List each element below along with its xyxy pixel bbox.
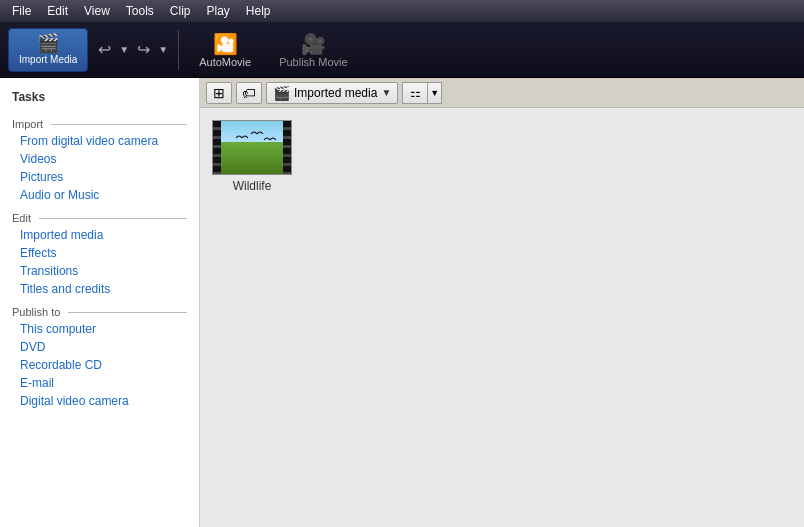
view-options-group: ⚏ ▼: [402, 82, 442, 104]
publish-icon: 🎥: [301, 32, 326, 56]
content-toolbar: ⊞ 🏷 🎬 Imported media ▼ ⚏ ▼: [200, 78, 804, 108]
sidebar-link-dvd[interactable]: DVD: [0, 338, 199, 356]
menu-help[interactable]: Help: [238, 2, 279, 20]
view-thumbnails-button[interactable]: ⊞: [206, 82, 232, 104]
tag-caption-button[interactable]: 🏷: [236, 82, 262, 104]
sidebar-link-digital-video[interactable]: From digital video camera: [0, 132, 199, 150]
edit-section-label: Edit: [0, 204, 199, 226]
automovie-label: AutoMovie: [199, 56, 251, 68]
sidebar-link-effects[interactable]: Effects: [0, 244, 199, 262]
undo-button[interactable]: ↩: [92, 28, 117, 72]
sidebar-link-digital-video-camera[interactable]: Digital video camera: [0, 392, 199, 410]
menu-edit[interactable]: Edit: [39, 2, 76, 20]
tasks-header: Tasks: [0, 86, 199, 110]
main-toolbar: 🎬 Import Media ↩ ▼ ↪ ▼ 🎦 AutoMovie 🎥 Pub…: [0, 22, 804, 78]
bird-scene: [221, 121, 283, 174]
toolbar-separator-1: [178, 30, 179, 70]
sidebar: Tasks Import From digital video camera V…: [0, 78, 200, 527]
sidebar-link-imported-media[interactable]: Imported media: [0, 226, 199, 244]
redo-dropdown[interactable]: ▼: [156, 28, 170, 72]
media-grid: Wildlife: [200, 108, 804, 527]
undo-redo-group: ↩ ▼ ↪ ▼: [92, 28, 170, 72]
menu-bar: File Edit View Tools Clip Play Help: [0, 0, 804, 22]
publish-section-label: Publish to: [0, 298, 199, 320]
menu-file[interactable]: File: [4, 2, 39, 20]
sidebar-link-recordable-cd[interactable]: Recordable CD: [0, 356, 199, 374]
undo-dropdown[interactable]: ▼: [117, 28, 131, 72]
publish-label: Publish Movie: [279, 56, 347, 68]
media-item-label: Wildlife: [233, 179, 272, 193]
automovie-button[interactable]: 🎦 AutoMovie: [187, 28, 263, 72]
redo-button[interactable]: ↪: [131, 28, 156, 72]
menu-view[interactable]: View: [76, 2, 118, 20]
imported-media-icon: 🎬: [273, 85, 290, 101]
sidebar-link-titles-credits[interactable]: Titles and credits: [0, 280, 199, 298]
menu-clip[interactable]: Clip: [162, 2, 199, 20]
thumbnail-image: [221, 121, 283, 174]
import-section-label: Import: [0, 110, 199, 132]
media-thumbnail: [212, 120, 292, 175]
import-icon: 🎬: [37, 34, 59, 52]
sidebar-link-pictures[interactable]: Pictures: [0, 168, 199, 186]
publish-movie-button[interactable]: 🎥 Publish Movie: [267, 28, 359, 72]
content-area: ⊞ 🏷 🎬 Imported media ▼ ⚏ ▼: [200, 78, 804, 527]
main-layout: Tasks Import From digital video camera V…: [0, 78, 804, 527]
list-item[interactable]: Wildlife: [212, 120, 292, 193]
imported-media-dropdown[interactable]: 🎬 Imported media ▼: [266, 82, 398, 104]
menu-play[interactable]: Play: [199, 2, 238, 20]
sidebar-link-this-computer[interactable]: This computer: [0, 320, 199, 338]
view-options-button[interactable]: ⚏: [402, 82, 428, 104]
sidebar-link-audio[interactable]: Audio or Music: [0, 186, 199, 204]
view-options-dropdown-arrow[interactable]: ▼: [428, 82, 442, 104]
menu-tools[interactable]: Tools: [118, 2, 162, 20]
automovie-icon: 🎦: [213, 32, 238, 56]
sidebar-link-email[interactable]: E-mail: [0, 374, 199, 392]
imported-media-dropdown-arrow: ▼: [381, 87, 391, 98]
import-label: Import Media: [19, 54, 77, 65]
imported-media-label: Imported media: [294, 86, 377, 100]
sidebar-link-transitions[interactable]: Transitions: [0, 262, 199, 280]
sidebar-link-videos[interactable]: Videos: [0, 150, 199, 168]
import-media-button[interactable]: 🎬 Import Media: [8, 28, 88, 72]
birds-svg: [231, 126, 281, 151]
